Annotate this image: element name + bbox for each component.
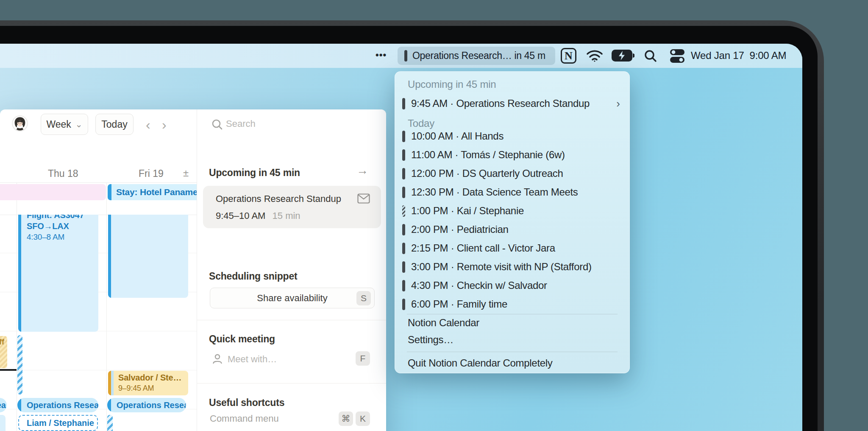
desktop-mockup: ••• Operations Research… in 45 m N — [0, 0, 868, 431]
flight-title-line1: Flight: AS3047 — [27, 215, 98, 221]
liam-label: Liam / Stephanie — [27, 418, 94, 428]
arrow-right-icon[interactable]: → — [356, 164, 368, 177]
salvador-title: Salvador / Ste… — [118, 372, 188, 383]
upcoming-event-card[interactable]: Operations Research Standup 9:45–10 AM 1… — [203, 186, 381, 228]
meet-with-input[interactable]: Meet with… — [228, 354, 277, 365]
flight-time: 4:30–8 AM — [27, 232, 98, 242]
menubar-clock[interactable]: Wed Jan 17 9:00 AM — [691, 50, 786, 62]
standup-fri-label: Operations Resea — [117, 400, 186, 410]
email-icon[interactable] — [357, 193, 370, 204]
dropdown-event-item[interactable]: 2:00 PM · Pediatrician — [395, 221, 629, 238]
event-liam-tentative[interactable]: Liam / Stephanie — [18, 415, 98, 431]
search-input[interactable]: Search — [226, 118, 256, 129]
dropdown-event-item[interactable]: 12:30 PM · Data Science Team Meets — [395, 184, 629, 201]
control-center-icon[interactable] — [670, 49, 685, 63]
dropdown-event-item[interactable]: 3:00 PM · Remote visit with NP (Stafford… — [395, 258, 629, 275]
menu-bar: ••• Operations Research… in 45 m N — [0, 44, 802, 68]
divider — [197, 383, 386, 383]
event-color-bar-hatched-icon — [402, 205, 405, 217]
share-availability-button[interactable]: Share availability S — [210, 288, 375, 308]
standup-wed-label: Operations Resea — [0, 400, 6, 410]
search-icon — [211, 119, 223, 130]
card-event-time: 9:45–10 AM — [216, 210, 265, 221]
expand-all-day-icon[interactable]: ± — [183, 167, 189, 179]
view-selector-label: Week — [46, 119, 71, 130]
menubar-overflow-icon[interactable]: ••• — [376, 50, 387, 61]
dropdown-event-item[interactable]: 10:00 AM · All Hands — [395, 128, 629, 145]
event-standup-wed-pill[interactable]: Operations Resea — [0, 398, 7, 412]
event-color-bar-icon — [402, 224, 405, 235]
notion-logo-icon[interactable]: N — [561, 48, 576, 64]
shortcut-key-f: F — [356, 351, 370, 366]
spotlight-search-icon[interactable] — [644, 49, 657, 63]
event-color-bar-icon — [402, 243, 405, 254]
stay-event-label: Stay: Hotel Panamer — [116, 187, 197, 198]
event-color-bar-icon — [402, 299, 405, 310]
chevron-down-icon: ⌄ — [75, 119, 83, 129]
standup-thu-label: Operations Resea — [27, 400, 98, 410]
dropdown-event-item[interactable]: 11:00 AM · Tomás / Stephanie (6w) — [395, 146, 629, 163]
event-color-bar-icon — [402, 280, 405, 291]
overlap-stripe — [111, 371, 114, 395]
all-day-event-pink[interactable] — [0, 184, 106, 200]
shortcut-key-k: K — [356, 411, 370, 426]
shortcut-key-s: S — [356, 291, 371, 305]
event-fri-morning-block[interactable] — [108, 215, 188, 298]
event-fri-hatched-strip[interactable] — [107, 415, 113, 431]
wifi-icon[interactable] — [586, 50, 603, 62]
event-color-bar-icon — [402, 187, 405, 198]
dropdown-event-item[interactable]: 1:00 PM · Kai / Stephanie — [395, 202, 629, 219]
menu-item-settings[interactable]: Settings… — [395, 331, 629, 348]
dropdown-event-item[interactable]: 2:15 PM · Client call - Victor Jara — [395, 240, 629, 257]
event-color-bar-icon — [402, 98, 405, 109]
right-sidebar: Search Upcoming in 45 min → Operations R… — [197, 109, 386, 431]
current-time-indicator — [0, 369, 17, 371]
event-color-bar-icon — [402, 131, 405, 142]
day-header-fri: Fri 19 — [139, 168, 164, 179]
salvador-time: 9–9:45 AM — [118, 383, 188, 394]
event-color-bar-icon — [402, 149, 405, 161]
shortcut-key-cmd: ⌘ — [339, 411, 353, 426]
prev-chevron-icon[interactable]: ‹ — [146, 117, 150, 133]
view-selector-button[interactable]: Week ⌄ — [41, 114, 88, 135]
person-icon — [211, 353, 223, 365]
shortcuts-header: Useful shortcuts — [209, 397, 284, 409]
event-wed-partial[interactable]: ff — [0, 336, 7, 368]
notion-calendar-window: Week ⌄ Today ‹ › Thu 18 Fri 19 ± Stay: H… — [0, 109, 386, 431]
upcoming-header: Upcoming in 45 min — [209, 167, 300, 179]
dropdown-upcoming-header: Upcoming in 45 min — [395, 76, 629, 93]
menubar-active-item[interactable]: Operations Research… in 45 m — [398, 47, 555, 65]
scheduling-header: Scheduling snippet — [209, 271, 298, 282]
today-button[interactable]: Today — [95, 114, 134, 135]
event-standup-fri-pill[interactable]: Operations Resea — [107, 398, 186, 412]
event-color-bar-icon — [402, 261, 405, 273]
all-day-event-stay[interactable]: Stay: Hotel Panamer — [108, 184, 197, 200]
event-flight[interactable]: Flight: AS3047 SFO→LAX 4:30–8 AM — [18, 215, 98, 332]
dropdown-event-item[interactable]: 12:00 PM · DS Quarterly Outreach — [395, 165, 629, 182]
event-salvador[interactable]: Salvador / Ste… 9–9:45 AM — [108, 371, 188, 395]
event-standup-thu-pill[interactable]: Operations Resea — [17, 398, 98, 412]
menubar-event-label: Operations Research… in 45 m — [412, 50, 545, 62]
avatar[interactable] — [12, 115, 28, 132]
event-color-bar-icon — [404, 50, 407, 62]
menu-item-quit[interactable]: Quit Notion Calendar Completely — [395, 355, 629, 372]
card-event-title: Operations Research Standup — [216, 193, 341, 204]
event-wed-bottom-block[interactable] — [0, 415, 6, 431]
event-color-bar-icon — [402, 168, 405, 179]
dropdown-upcoming-item[interactable]: 9:45 AM · Operations Research Standup › — [395, 95, 629, 112]
quick-meeting-header: Quick meeting — [209, 333, 275, 345]
all-day-top-border — [0, 182, 197, 183]
menu-item-notion-calendar[interactable]: Notion Calendar — [395, 314, 629, 331]
divider — [197, 320, 386, 320]
event-thu-hatched-strip[interactable] — [17, 335, 22, 395]
dropdown-event-item[interactable]: 4:30 PM · Checkin w/ Salvador — [395, 277, 629, 294]
battery-charging-icon[interactable] — [612, 49, 634, 62]
dropdown-event-item[interactable]: 6:00 PM · Family time — [395, 296, 629, 313]
command-menu-label: Command menu — [210, 413, 279, 424]
card-event-duration: 15 min — [273, 210, 300, 221]
flight-title-line2: SFO→LAX — [27, 221, 98, 232]
day-header-thu: Thu 18 — [48, 168, 78, 179]
menubar-dropdown-panel: Upcoming in 45 min 9:45 AM · Operations … — [395, 71, 630, 373]
chevron-right-icon: › — [616, 97, 620, 110]
next-chevron-icon[interactable]: › — [162, 117, 167, 133]
